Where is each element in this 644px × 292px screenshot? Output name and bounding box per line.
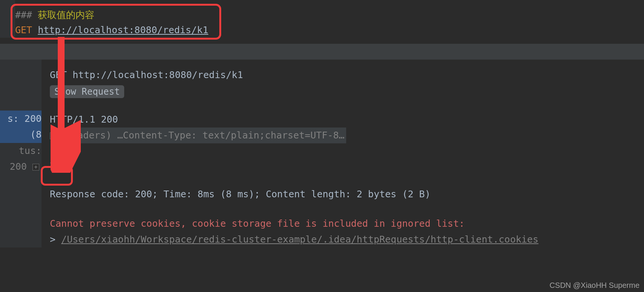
editor-pane: ### 获取值的内容 GET http://localhost:8080/red… bbox=[0, 0, 644, 38]
markdown-hash: ### bbox=[15, 9, 38, 20]
response-method: GET bbox=[50, 69, 67, 80]
response-url: http://localhost:8080/redis/k1 bbox=[72, 69, 243, 80]
response-body: v1 bbox=[50, 157, 644, 173]
editor-line-request[interactable]: GET http://localhost:8080/redis/k1 bbox=[15, 23, 644, 38]
editor-line-title[interactable]: ### 获取值的内容 bbox=[15, 8, 644, 23]
http-status-line: HTTP/1.1 200 bbox=[50, 112, 644, 128]
response-summary: Response code: 200; Time: 8ms (8 ms); Co… bbox=[50, 186, 644, 202]
history-sidebar[interactable]: s: 200 (8 tus: 200 + bbox=[0, 60, 42, 247]
response-request-line: GET http://localhost:8080/redis/k1 bbox=[50, 67, 644, 83]
cookie-path-line: > /Users/xiaohh/Workspace/redis-cluster-… bbox=[50, 232, 644, 247]
toolbar-separator bbox=[0, 44, 644, 60]
history-item-selected[interactable]: s: 200 (8 bbox=[0, 111, 42, 143]
headers-preview: …Content-Type: text/plain;charset=UTF-8… bbox=[117, 130, 345, 141]
show-request-button[interactable]: Show Request bbox=[50, 85, 124, 98]
http-method: GET bbox=[15, 25, 32, 35]
cookie-warning: Cannot preserve cookies, cookie storage … bbox=[50, 216, 644, 232]
watermark: CSDN @XiaoHH Superme bbox=[550, 281, 639, 290]
editor-lines[interactable]: ### 获取值的内容 GET http://localhost:8080/red… bbox=[15, 8, 644, 38]
response-pane: s: 200 (8 tus: 200 + GET http://localhos… bbox=[0, 60, 644, 247]
expand-icon[interactable]: + bbox=[32, 164, 39, 171]
expand-headers-icon[interactable]: + bbox=[50, 132, 57, 139]
path-prefix: > bbox=[50, 234, 61, 245]
request-title: 获取值的内容 bbox=[38, 9, 94, 20]
http-url[interactable]: http://localhost:8080/redis/k1 bbox=[38, 25, 208, 35]
history-item[interactable]: tus: 200 + bbox=[0, 143, 42, 175]
cookie-path[interactable]: /Users/xiaohh/Workspace/redis-cluster-ex… bbox=[61, 234, 538, 245]
editor-gutter bbox=[0, 0, 15, 38]
headers-line[interactable]: +(Headers) …Content-Type: text/plain;cha… bbox=[50, 128, 644, 143]
response-content: GET http://localhost:8080/redis/k1 Show … bbox=[42, 60, 644, 247]
headers-label: (Headers) bbox=[60, 130, 111, 141]
